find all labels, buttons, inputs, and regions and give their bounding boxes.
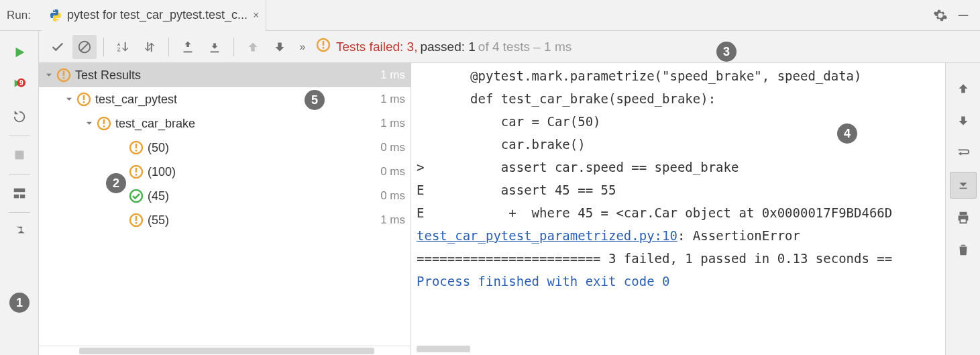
callout-2: 2: [106, 173, 126, 193]
clear-button[interactable]: [950, 236, 977, 263]
layout-button[interactable]: [6, 180, 33, 207]
console-line: E + where 45 = <car.Car object at 0x0000…: [417, 201, 945, 224]
tree-time: 1 ms: [380, 213, 405, 227]
run-config-tab[interactable]: pytest for test_car_pytest.test_c... ×: [42, 0, 266, 31]
pass-icon: [129, 189, 144, 203]
chevron-down-icon[interactable]: [83, 119, 95, 128]
console-line: ======================== 3 failed, 1 pas…: [417, 247, 945, 270]
scroll-down-button[interactable]: [950, 107, 977, 134]
warn-icon: [129, 164, 144, 179]
next-failed-button[interactable]: [268, 35, 292, 59]
warn-icon: [129, 213, 144, 227]
warn-icon: [97, 116, 111, 131]
callout-1: 1: [9, 293, 30, 313]
test-summary: Tests failed: 3, passed: 1 of 4 tests – …: [316, 38, 571, 56]
console-line: > assert car.speed == speed_brake: [417, 156, 945, 179]
tree-suite[interactable]: test_car_pytest 1 ms: [39, 87, 411, 111]
summary-failed: Tests failed: 3,: [336, 40, 417, 54]
chevron-down-icon[interactable]: [63, 95, 75, 104]
tree-label: (50): [148, 141, 375, 155]
collapse-all-button[interactable]: [203, 35, 227, 59]
console-output[interactable]: @pytest.mark.parametrize("speed_brake", …: [411, 63, 945, 355]
summary-passed: passed: 1: [420, 40, 475, 54]
summary-suffix: of 4 tests – 1 ms: [478, 40, 571, 54]
tree-label: test_car_pytest: [95, 93, 375, 107]
run-label: Run:: [7, 9, 31, 22]
console-panel: @pytest.mark.parametrize("speed_brake", …: [411, 63, 980, 355]
tree-label: (100): [148, 165, 375, 179]
mid-area: » Tests failed: 3, passed: 1 of 4 tests …: [39, 31, 980, 355]
toggle-autotest-button[interactable]: [6, 103, 33, 130]
chevron-down-icon[interactable]: [43, 70, 55, 80]
tree-case[interactable]: (50) 0 ms: [39, 136, 411, 160]
stacktrace-link[interactable]: test_car_pytest_parametrized.py:10: [417, 228, 677, 243]
tree-scrollbar[interactable]: [39, 346, 411, 355]
tree-time: 1 ms: [380, 93, 405, 106]
callout-3: 3: [716, 42, 737, 62]
close-tab-icon[interactable]: ×: [253, 9, 259, 21]
prev-failed-button[interactable]: [241, 35, 265, 59]
scroll-up-button[interactable]: [950, 75, 977, 102]
sort-alpha-button[interactable]: [111, 35, 135, 59]
sort-duration-button[interactable]: [138, 35, 162, 59]
tree-time: 1 ms: [380, 68, 405, 82]
tree-case[interactable]: (45) 0 ms: [39, 184, 411, 208]
console-scrollbar[interactable]: [417, 346, 946, 355]
settings-button[interactable]: [929, 4, 952, 27]
tree-root[interactable]: Test Results 1 ms: [39, 63, 411, 87]
pin-button[interactable]: [6, 218, 33, 245]
tree-case[interactable]: (100) 0 ms: [39, 160, 411, 184]
run-button[interactable]: [6, 39, 33, 66]
test-tree[interactable]: Test Results 1 ms test_car_pytest 1 ms t: [39, 63, 411, 355]
rerun-failed-button[interactable]: [6, 71, 33, 98]
body: » Tests failed: 3, passed: 1 of 4 tests …: [0, 31, 980, 355]
callout-5: 5: [305, 90, 325, 110]
expand-all-button[interactable]: [176, 35, 200, 59]
callout-4: 4: [837, 123, 857, 144]
tree-label: (45): [148, 189, 375, 203]
tree-time: 0 ms: [380, 189, 405, 203]
softwrap-button[interactable]: [950, 140, 977, 166]
tree-time: 1 ms: [380, 117, 405, 130]
scroll-to-end-button[interactable]: [950, 172, 977, 199]
more-toolbar-button[interactable]: »: [294, 35, 311, 59]
console-line: E assert 45 == 55: [417, 179, 945, 201]
header-bar: Run: pytest for test_car_pytest.test_c..…: [0, 0, 980, 31]
console-line: car = Car(50): [417, 110, 945, 133]
run-config-title: pytest for test_car_pytest.test_c...: [67, 8, 248, 22]
warn-icon: [316, 38, 331, 56]
console-line: def test_car_brake(speed_brake):: [417, 87, 945, 110]
console-line: test_car_pytest_parametrized.py:10: Asse…: [417, 224, 945, 247]
tree-label: test_car_brake: [115, 117, 375, 131]
warn-icon: [56, 68, 71, 83]
tree-label: Test Results: [75, 68, 375, 83]
warn-icon: [76, 92, 91, 107]
warn-icon: [129, 140, 144, 155]
print-button[interactable]: [950, 204, 977, 231]
console-line: Process finished with exit code 0: [417, 270, 945, 293]
tree-time: 0 ms: [380, 165, 405, 179]
show-ignored-button[interactable]: [72, 35, 97, 59]
tree-label: (55): [148, 213, 375, 227]
tree-case[interactable]: (55) 1 ms: [39, 208, 411, 232]
content-row: Test Results 1 ms test_car_pytest 1 ms t: [39, 63, 980, 355]
show-passed-button[interactable]: [46, 35, 70, 59]
results-toolbar: » Tests failed: 3, passed: 1 of 4 tests …: [39, 31, 980, 63]
tree-time: 0 ms: [380, 141, 405, 154]
tree-test[interactable]: test_car_brake 1 ms: [39, 111, 411, 136]
console-line: @pytest.mark.parametrize("speed_brake", …: [417, 64, 945, 87]
python-icon: [48, 8, 63, 23]
stop-button[interactable]: [6, 142, 33, 168]
hide-button[interactable]: [952, 4, 975, 27]
console-gutter: [945, 63, 980, 355]
console-line: car.brake(): [417, 133, 945, 156]
